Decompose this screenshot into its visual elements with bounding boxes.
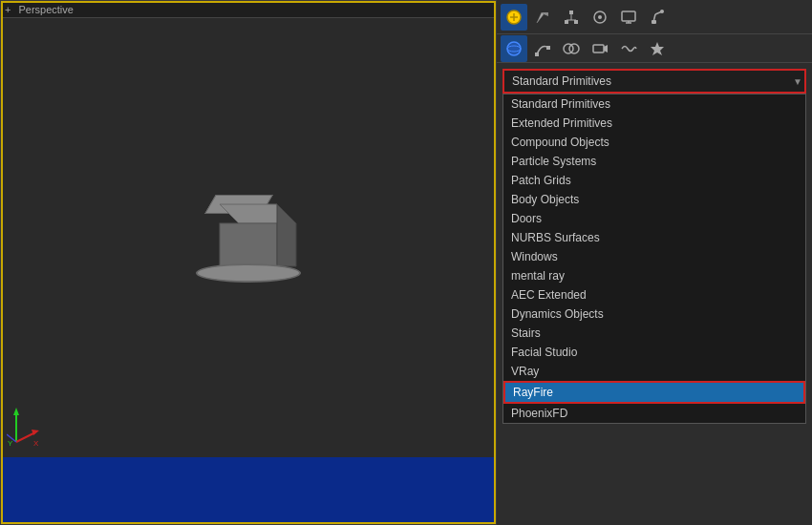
svg-point-27 (507, 42, 521, 55)
display-icon[interactable] (615, 4, 642, 31)
modify-icon[interactable] (529, 4, 556, 31)
svg-rect-30 (546, 46, 550, 50)
viewport: + Perspective (0, 0, 497, 525)
dropdown-item-16[interactable]: PhoenixFD (503, 404, 805, 423)
svg-rect-13 (569, 10, 573, 14)
svg-rect-15 (574, 20, 578, 24)
dropdown-item-15[interactable]: RayFire (503, 381, 805, 404)
dropdown-item-14[interactable]: VRay (503, 362, 805, 381)
dropdown-item-10[interactable]: AEC Extended (503, 285, 805, 304)
dropdown-item-0[interactable]: Standard Primitives (503, 94, 805, 114)
motion-icon[interactable] (587, 4, 613, 31)
svg-line-5 (16, 432, 35, 442)
viewport-top-bar: + Perspective (1, 1, 496, 18)
hierarchy-icon[interactable] (558, 4, 585, 31)
disc-shape (196, 263, 301, 283)
dropdown-item-13[interactable]: Facial Studio (503, 343, 805, 362)
dropdown-item-8[interactable]: Windows (503, 247, 805, 266)
svg-rect-20 (622, 11, 635, 21)
svg-text:Y: Y (8, 439, 13, 447)
dropdown-item-2[interactable]: Compound Objects (503, 133, 805, 152)
category-dropdown[interactable]: Standard Primitives (502, 69, 806, 94)
svg-text:X: X (33, 439, 39, 447)
viewport-type: Perspective (18, 4, 73, 15)
dropdown-item-5[interactable]: Body Objects (503, 190, 805, 209)
right-panel: Standard Primitives ▼ Standard Primitive… (497, 0, 812, 525)
dropdown-item-12[interactable]: Stairs (503, 324, 805, 343)
category-dropdown-wrapper: Standard Primitives ▼ (502, 69, 806, 94)
utilities-icon[interactable] (644, 4, 671, 31)
axis-indicator: Y X (7, 404, 40, 450)
top-toolbar (497, 0, 812, 34)
dropdown-item-9[interactable]: mental ray (503, 266, 805, 285)
dropdown-section: Standard Primitives ▼ (497, 63, 812, 94)
svg-marker-35 (651, 42, 664, 55)
svg-point-32 (569, 44, 579, 53)
dropdown-item-11[interactable]: Dynamics Objects (503, 304, 805, 324)
svg-line-24 (654, 14, 656, 20)
dropdown-item-4[interactable]: Patch Grids (503, 171, 805, 190)
create-icon[interactable] (501, 4, 527, 31)
camera2-icon[interactable] (587, 35, 613, 62)
wave-icon[interactable] (615, 35, 642, 62)
viewport-floor (1, 457, 496, 524)
compound-icon[interactable] (558, 35, 585, 62)
svg-marker-2 (277, 204, 296, 266)
svg-rect-23 (652, 20, 656, 24)
dropdown-list: Standard PrimitivesExtended PrimitivesCo… (502, 94, 806, 424)
svg-point-19 (598, 15, 602, 19)
dropdown-item-6[interactable]: Doors (503, 209, 805, 228)
category-toolbar (497, 34, 812, 63)
svg-rect-1 (220, 223, 277, 266)
main-layout: + Perspective (0, 0, 812, 525)
viewport-label: + (5, 4, 11, 15)
svg-marker-4 (13, 408, 19, 415)
svg-rect-29 (535, 52, 539, 56)
dropdown-item-7[interactable]: NURBS Surfaces (503, 228, 805, 247)
star-icon[interactable] (644, 35, 671, 62)
svg-rect-14 (565, 20, 568, 24)
svg-rect-33 (593, 45, 604, 52)
svg-point-26 (660, 10, 664, 13)
geometry-icon[interactable] (501, 35, 527, 62)
dropdown-item-1[interactable]: Extended Primitives (503, 114, 805, 133)
dropdown-item-3[interactable]: Particle Systems (503, 152, 805, 171)
spline-icon[interactable] (529, 35, 556, 62)
viewport-content (1, 18, 496, 524)
